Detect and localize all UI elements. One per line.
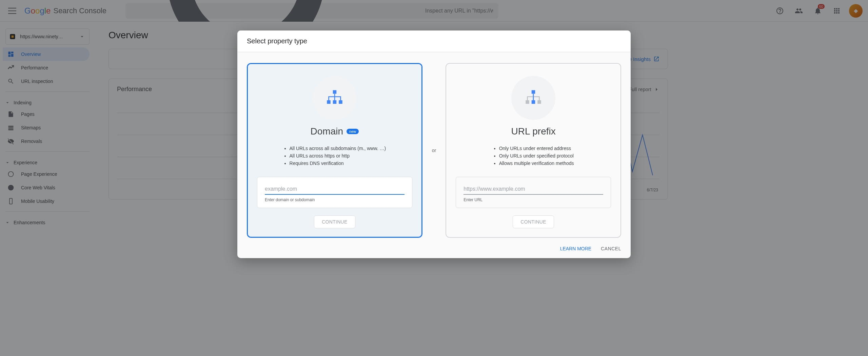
domain-helper: Enter domain or subdomain — [265, 197, 405, 202]
domain-continue-button[interactable]: CONTINUE — [314, 215, 355, 228]
url-prefix-input[interactable] — [463, 184, 603, 195]
bullet: Only URLs under entered address — [499, 146, 574, 151]
svg-rect-7 — [333, 90, 337, 94]
svg-rect-10 — [339, 100, 342, 104]
svg-rect-14 — [537, 100, 541, 104]
modal-title: Select property type — [237, 30, 631, 52]
learn-more-button[interactable]: LEARN MORE — [560, 246, 592, 251]
domain-icon — [313, 76, 357, 120]
bullet: Requires DNS verification — [290, 161, 386, 166]
separator-or: or — [432, 63, 436, 238]
url-prefix-continue-button[interactable]: CONTINUE — [513, 215, 554, 228]
cancel-button[interactable]: CANCEL — [601, 246, 621, 251]
svg-rect-11 — [532, 90, 535, 94]
domain-input[interactable] — [265, 184, 405, 195]
domain-option-card[interactable]: Domain new All URLs across all subdomain… — [247, 63, 422, 238]
url-prefix-bullets: Only URLs under entered address Only URL… — [493, 144, 574, 168]
url-prefix-helper: Enter URL — [463, 197, 603, 202]
url-prefix-option-card[interactable]: URL prefix Only URLs under entered addre… — [446, 63, 621, 238]
main-content: Overview Search Console Insights Perform… — [95, 22, 868, 356]
url-prefix-title: URL prefix — [511, 126, 556, 137]
svg-rect-8 — [327, 100, 331, 104]
domain-input-frame: Enter domain or subdomain — [257, 177, 412, 208]
url-prefix-icon — [511, 76, 555, 120]
svg-rect-13 — [532, 100, 535, 104]
modal-overlay: Select property type Domain new All URLs… — [0, 0, 868, 356]
svg-rect-9 — [333, 100, 337, 104]
bullet: All URLs across all subdomains (m., www.… — [290, 146, 386, 151]
bullet: All URLs across https or http — [290, 153, 386, 159]
bullet: Allows multiple verification methods — [499, 161, 574, 166]
property-type-modal: Select property type Domain new All URLs… — [237, 30, 631, 258]
url-prefix-input-frame: Enter URL — [456, 177, 611, 208]
domain-title: Domain — [311, 126, 343, 137]
domain-bullets: All URLs across all subdomains (m., www.… — [283, 144, 386, 168]
new-badge: new — [347, 129, 359, 134]
bullet: Only URLs under specified protocol — [499, 153, 574, 159]
svg-rect-12 — [526, 100, 529, 104]
